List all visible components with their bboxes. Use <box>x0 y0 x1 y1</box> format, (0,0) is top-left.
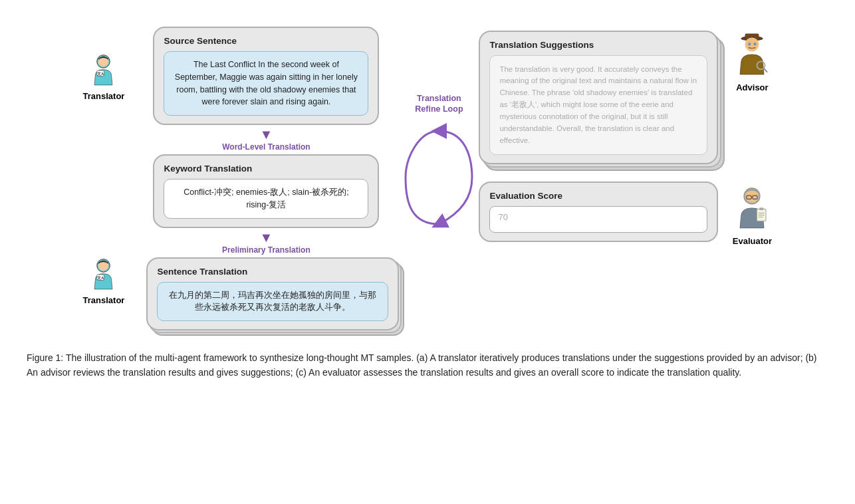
loop-area: TranslationRefine Loop <box>399 93 479 237</box>
translator-icon-bottom: 文A <box>85 257 122 293</box>
right-boxes-col: Translation Suggestions The translation … <box>479 31 723 243</box>
translator-label-bottom: Translator <box>83 295 125 305</box>
svg-point-11 <box>748 43 751 46</box>
suggestions-box: Translation Suggestions The translation … <box>479 31 718 165</box>
left-boxes-col: Source Sentence The Last Conflict In the… <box>133 27 399 330</box>
source-sentence-box: Source Sentence The Last Conflict In the… <box>153 27 379 125</box>
advisor-label: Advisor <box>736 82 768 92</box>
svg-point-12 <box>754 43 757 46</box>
svg-point-10 <box>745 37 759 51</box>
arrow2-icon: ▼ <box>260 231 273 244</box>
translator-label-top: Translator <box>83 91 125 101</box>
translator-figure-top: 文A Translator <box>83 53 125 101</box>
arrow1-icon: ▼ <box>260 128 273 141</box>
eval-title: Evaluation Score <box>489 191 707 201</box>
evaluator-figure: Evaluator <box>732 180 772 246</box>
sentence-content: 在九月的第二周，玛吉再次坐在她孤独的房间里，与那些永远被杀死又再次复活的老敌人斗… <box>157 282 388 322</box>
arrow1-label: Word-Level Translation <box>222 142 310 152</box>
layout-inner: 文A Translator 文A <box>27 27 828 330</box>
figure-caption: Figure 1: The illustration of the multi-… <box>27 350 828 380</box>
advisor-icon <box>732 27 772 80</box>
arrow2: ▼ Preliminary Translation <box>222 231 310 255</box>
translator-figure-bottom: 文A Translator <box>83 257 125 305</box>
evaluator-icon <box>732 180 772 233</box>
eval-score: 70 <box>489 206 707 233</box>
advisor-figure: Advisor <box>732 27 772 92</box>
right-figures: Advisor <box>732 27 772 246</box>
source-sentence-content: The Last Conflict In the second week of … <box>164 51 368 116</box>
main-container: 文A Translator 文A <box>0 0 855 394</box>
evaluator-label: Evaluator <box>733 236 772 246</box>
arrow1: ▼ Word-Level Translation <box>222 128 310 152</box>
eval-box: Evaluation Score 70 <box>479 182 718 242</box>
arrow2-label: Preliminary Translation <box>222 245 310 255</box>
center-col: TranslationRefine Loop <box>399 27 479 237</box>
sentence-translation-box: Sentence Translation 在九月的第二周，玛吉再次坐在她孤独的房… <box>146 257 399 331</box>
loop-arrows-svg <box>399 118 479 237</box>
source-sentence-title: Source Sentence <box>164 36 368 46</box>
caption-text: Figure 1: The illustration of the multi-… <box>27 352 817 378</box>
loop-label: TranslationRefine Loop <box>415 93 463 115</box>
loop-label-text: TranslationRefine Loop <box>415 93 463 115</box>
keyword-title: Keyword Translation <box>164 164 368 174</box>
sentence-box-wrapper: Sentence Translation 在九月的第二周，玛吉再次坐在她孤独的房… <box>146 257 399 331</box>
left-figures: 文A Translator 文A <box>83 53 125 305</box>
translator-icon-top: 文A <box>85 53 122 89</box>
suggestions-title: Translation Suggestions <box>489 40 707 50</box>
svg-rect-21 <box>760 207 764 210</box>
right-col: Translation Suggestions The translation … <box>479 27 772 246</box>
svg-text:文A: 文A <box>98 70 104 75</box>
svg-line-14 <box>764 68 767 72</box>
sentence-title: Sentence Translation <box>157 267 388 277</box>
eval-box-wrapper: Evaluation Score 70 <box>479 182 723 242</box>
keyword-content: Conflict-冲突; enemies-敌人; slain-被杀死的; ris… <box>164 179 368 219</box>
suggestions-content: The translation is very good. It accurat… <box>489 55 707 156</box>
keyword-translation-box: Keyword Translation Conflict-冲突; enemies… <box>153 154 379 228</box>
diagram-area: 文A Translator 文A <box>27 27 828 330</box>
svg-text:文A: 文A <box>98 275 104 279</box>
left-col: 文A Translator 文A <box>83 27 400 330</box>
suggestions-box-wrapper: Translation Suggestions The translation … <box>479 31 718 165</box>
